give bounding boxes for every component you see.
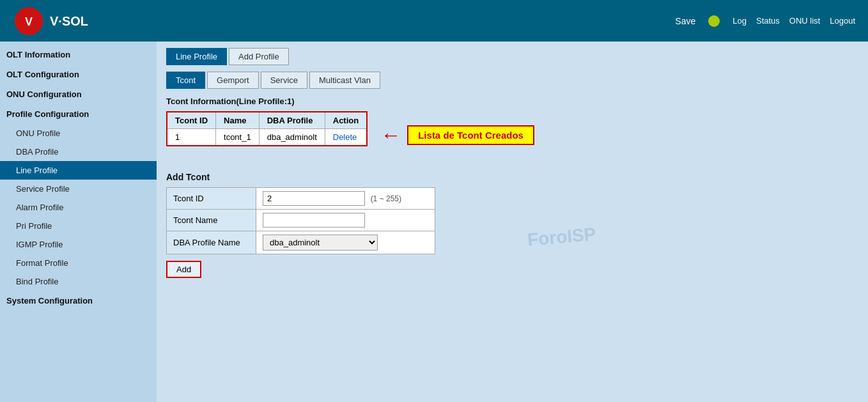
form-field-tcont-name bbox=[256, 210, 435, 231]
col-dba-profile: DBA Profile bbox=[259, 112, 325, 129]
annotation-area: ← Lista de Tcont Creados bbox=[380, 123, 534, 147]
cell-action: Delete bbox=[325, 129, 367, 146]
tab-multicast-vlan[interactable]: Multicast Vlan bbox=[309, 72, 380, 89]
col-name: Name bbox=[216, 112, 260, 129]
header-right: Save Log Status ONU list Logout bbox=[675, 15, 855, 27]
sidebar-item-onu-profile[interactable]: ONU Profile bbox=[0, 124, 157, 143]
status-link[interactable]: Status bbox=[756, 16, 780, 26]
cell-tcont-id: 1 bbox=[167, 129, 216, 146]
form-label-tcont-id: Tcont ID bbox=[167, 188, 256, 210]
svg-text:V·SOL: V·SOL bbox=[50, 14, 88, 28]
onu-list-link[interactable]: ONU list bbox=[789, 16, 820, 26]
form-label-dba-profile: DBA Profile Name bbox=[167, 231, 256, 254]
sidebar-item-olt-information[interactable]: OLT Information bbox=[0, 45, 157, 65]
arrow-icon: ← bbox=[380, 123, 401, 147]
tab-service[interactable]: Service bbox=[261, 72, 307, 89]
add-button[interactable]: Add bbox=[166, 261, 201, 278]
form-field-dba-profile: dba_adminolt bbox=[256, 231, 435, 254]
vsol-text-logo: V·SOL bbox=[50, 10, 114, 32]
col-action: Action bbox=[325, 112, 367, 129]
tcont-id-hint: (1 ~ 255) bbox=[371, 194, 401, 203]
delete-link[interactable]: Delete bbox=[333, 132, 357, 142]
add-tcont-form: Tcont ID (1 ~ 255) Tcont Name DBA Profil… bbox=[166, 187, 435, 254]
tcont-name-input[interactable] bbox=[263, 213, 365, 228]
tab-add-profile[interactable]: Add Profile bbox=[229, 48, 289, 65]
cell-dba-profile: dba_adminolt bbox=[259, 129, 325, 146]
annotation-box: Lista de Tcont Creados bbox=[407, 125, 534, 145]
tab-tcont[interactable]: Tcont bbox=[166, 72, 205, 89]
sidebar: OLT Information OLT Configuration ONU Co… bbox=[0, 42, 157, 402]
add-tcont-title: Add Tcont bbox=[166, 172, 858, 182]
form-row-dba-profile: DBA Profile Name dba_adminolt bbox=[167, 231, 435, 254]
status-indicator bbox=[708, 15, 720, 27]
top-tabs: Line Profile Add Profile bbox=[166, 48, 858, 65]
logo-area: V V·SOL bbox=[13, 5, 114, 37]
tcont-table: Tcont ID Name DBA Profile Action 1 tcont… bbox=[166, 111, 368, 146]
header-nav: Log Status ONU list Logout bbox=[732, 16, 855, 26]
tab-line-profile[interactable]: Line Profile bbox=[166, 48, 227, 65]
log-link[interactable]: Log bbox=[732, 16, 747, 26]
header: V V·SOL Save Log Status ONU list Logout bbox=[0, 0, 868, 42]
tcont-info-title: Tcont Information(Line Profile:1) bbox=[166, 97, 858, 106]
main-content: Line Profile Add Profile Tcont Gemport S… bbox=[157, 42, 868, 402]
sidebar-item-bind-profile[interactable]: Bind Profile bbox=[0, 272, 157, 291]
form-row-tcont-id: Tcont ID (1 ~ 255) bbox=[167, 188, 435, 210]
tcont-id-input[interactable] bbox=[263, 191, 365, 206]
sidebar-item-dba-profile[interactable]: DBA Profile bbox=[0, 143, 157, 161]
form-field-tcont-id: (1 ~ 255) bbox=[256, 188, 435, 210]
sidebar-item-service-profile[interactable]: Service Profile bbox=[0, 180, 157, 198]
sidebar-item-line-profile[interactable]: Line Profile bbox=[0, 161, 157, 180]
layout: OLT Information OLT Configuration ONU Co… bbox=[0, 42, 868, 402]
dba-profile-select[interactable]: dba_adminolt bbox=[263, 235, 378, 251]
svg-text:V: V bbox=[25, 15, 33, 28]
save-label: Save bbox=[675, 16, 695, 26]
sidebar-item-pri-profile[interactable]: Pri Profile bbox=[0, 217, 157, 235]
col-tcont-id: Tcont ID bbox=[167, 112, 216, 129]
sidebar-item-igmp-profile[interactable]: IGMP Profile bbox=[0, 235, 157, 254]
form-label-tcont-name: Tcont Name bbox=[167, 210, 256, 231]
sidebar-item-profile-configuration[interactable]: Profile Configuration bbox=[0, 104, 157, 124]
sidebar-item-onu-configuration[interactable]: ONU Configuration bbox=[0, 84, 157, 104]
sidebar-item-system-configuration[interactable]: System Configuration bbox=[0, 291, 157, 311]
sub-tabs: Tcont Gemport Service Multicast Vlan bbox=[166, 72, 858, 89]
tab-gemport[interactable]: Gemport bbox=[207, 72, 259, 89]
sidebar-item-format-profile[interactable]: Format Profile bbox=[0, 254, 157, 272]
logout-link[interactable]: Logout bbox=[830, 16, 855, 26]
vsol-logo: V bbox=[13, 5, 45, 37]
cell-name: tcont_1 bbox=[216, 129, 260, 146]
table-row: 1 tcont_1 dba_adminolt Delete bbox=[167, 129, 367, 146]
form-row-tcont-name: Tcont Name bbox=[167, 210, 435, 231]
sidebar-item-alarm-profile[interactable]: Alarm Profile bbox=[0, 198, 157, 217]
watermark: ForoISP bbox=[527, 224, 597, 250]
sidebar-item-olt-configuration[interactable]: OLT Configuration bbox=[0, 65, 157, 84]
